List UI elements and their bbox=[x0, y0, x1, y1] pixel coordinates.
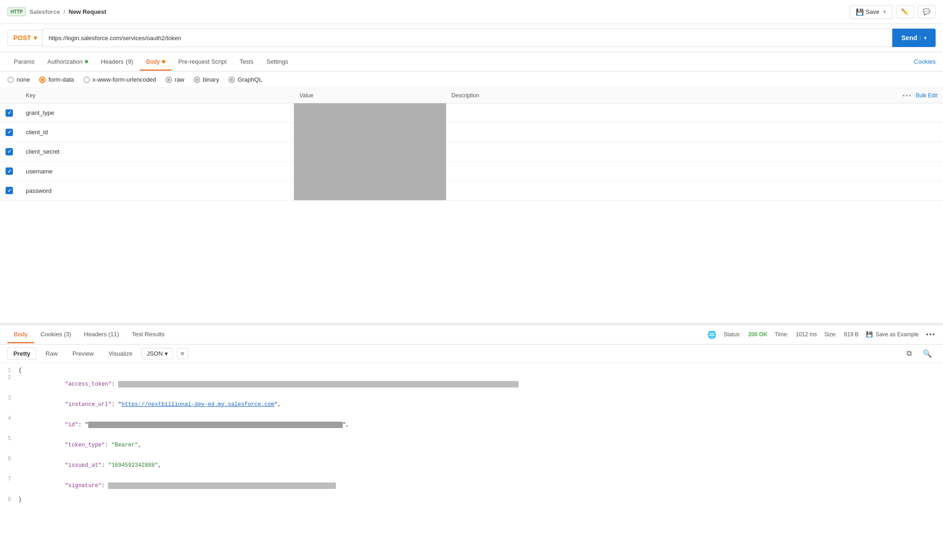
tab-params[interactable]: Params bbox=[7, 54, 41, 71]
table-row: client_secret bbox=[0, 142, 943, 161]
method-dropdown-icon: ▾ bbox=[34, 34, 37, 42]
radio-raw[interactable]: raw bbox=[166, 76, 185, 83]
row1-key[interactable]: grant_type bbox=[20, 103, 294, 123]
table-row: client_id bbox=[0, 123, 943, 142]
breadcrumb-parent[interactable]: Salesforce bbox=[30, 8, 60, 15]
table-row: password bbox=[0, 181, 943, 200]
status-value: 200 OK bbox=[748, 331, 767, 338]
http-badge: HTTP bbox=[7, 7, 26, 16]
response-meta: 🌐 Status: 200 OK Time: 1012 ms Size: 819… bbox=[707, 330, 936, 339]
row2-checkbox-cell[interactable] bbox=[0, 123, 20, 142]
radio-none[interactable]: none bbox=[7, 76, 30, 83]
row4-checkbox-cell[interactable] bbox=[0, 161, 20, 181]
bulk-edit-btn[interactable]: Bulk Edit bbox=[916, 92, 937, 99]
code-line-1: 1 { bbox=[0, 367, 943, 374]
code-line-3: 3 "instance_url": "https://nextbillionai… bbox=[0, 394, 943, 415]
save-example-label: Save as Example bbox=[876, 331, 919, 338]
format-visualize[interactable]: Visualize bbox=[103, 348, 138, 359]
row5-description[interactable] bbox=[446, 181, 943, 200]
top-bar-left: HTTP Salesforce / New Request bbox=[7, 7, 106, 16]
body-type-row: none form-data x-www-form-urlencoded raw… bbox=[0, 71, 943, 88]
radio-graphql-circle bbox=[228, 77, 235, 83]
radio-raw-circle bbox=[166, 77, 172, 83]
cookies-link[interactable]: Cookies bbox=[914, 58, 936, 65]
th-description: Description ••• Bulk Edit bbox=[446, 88, 943, 103]
th-value: Value bbox=[294, 88, 446, 103]
row5-key[interactable]: password bbox=[20, 181, 294, 200]
id-link[interactable] bbox=[88, 422, 342, 428]
tab-tests[interactable]: Tests bbox=[233, 54, 260, 71]
filter-button[interactable]: ≡ bbox=[177, 348, 189, 359]
method-select[interactable]: POST ▾ bbox=[7, 30, 42, 46]
resp-tab-test-results[interactable]: Test Results bbox=[125, 326, 171, 343]
radio-binary[interactable]: binary bbox=[194, 76, 219, 83]
resp-tab-headers[interactable]: Headers (11) bbox=[78, 326, 125, 343]
save-dropdown-icon: ▾ bbox=[883, 8, 886, 15]
radio-form-data-circle bbox=[39, 77, 46, 83]
url-input[interactable] bbox=[42, 29, 892, 47]
search-button[interactable]: 🔍 bbox=[919, 347, 936, 360]
code-line-5: 5 "token_type": "Bearer", bbox=[0, 435, 943, 455]
row3-key[interactable]: client_secret bbox=[20, 142, 294, 161]
format-bar: Pretty Raw Preview Visualize JSON ▾ ≡ ⧉ … bbox=[0, 345, 943, 363]
row1-description[interactable] bbox=[446, 103, 943, 123]
format-preview[interactable]: Preview bbox=[67, 348, 99, 359]
radio-binary-circle bbox=[194, 77, 200, 83]
response-more-button[interactable]: ••• bbox=[926, 331, 936, 338]
row4-description[interactable] bbox=[446, 161, 943, 181]
code-line-7: 7 "signature": bbox=[0, 476, 943, 496]
main-container: HTTP Salesforce / New Request 💾 Save ▾ ✏… bbox=[0, 0, 943, 560]
copy-button[interactable]: ⧉ bbox=[903, 347, 915, 359]
code-line-2: 2 "access_token": bbox=[0, 374, 943, 394]
response-section: Body Cookies (3) Headers (11) Test Resul… bbox=[0, 325, 943, 560]
table-row: grant_type bbox=[0, 103, 943, 123]
breadcrumb: Salesforce / New Request bbox=[30, 8, 106, 15]
row2-checkbox[interactable] bbox=[6, 129, 13, 136]
row5-checkbox-cell[interactable] bbox=[0, 181, 20, 200]
json-format-select[interactable]: JSON ▾ bbox=[142, 348, 173, 359]
tab-headers[interactable]: Headers (9) bbox=[95, 54, 140, 71]
request-tabs: Params Authorization Headers (9) Body Pr… bbox=[0, 52, 943, 71]
row2-description[interactable] bbox=[446, 123, 943, 142]
tab-settings[interactable]: Settings bbox=[260, 54, 294, 71]
row3-checkbox-cell[interactable] bbox=[0, 142, 20, 161]
response-tabs: Body Cookies (3) Headers (11) Test Resul… bbox=[0, 325, 943, 345]
row1-checkbox[interactable] bbox=[6, 109, 13, 117]
row3-description[interactable] bbox=[446, 142, 943, 161]
comment-button[interactable]: 💬 bbox=[918, 5, 936, 18]
format-raw[interactable]: Raw bbox=[40, 348, 63, 359]
radio-urlencoded-circle bbox=[84, 77, 90, 83]
save-icon: 💾 bbox=[866, 331, 873, 338]
send-button[interactable]: Send ▾ bbox=[892, 29, 936, 47]
instance-url-link[interactable]: https://nextbillionai-dev-ed.my.salesfor… bbox=[121, 401, 274, 408]
row4-key[interactable]: username bbox=[20, 161, 294, 181]
save-button[interactable]: 💾 Save ▾ bbox=[850, 5, 892, 19]
request-body-table-container: Key Value Description ••• Bulk Edit bbox=[0, 88, 943, 323]
tab-authorization[interactable]: Authorization bbox=[41, 54, 95, 71]
row3-checkbox[interactable] bbox=[6, 148, 13, 155]
radio-graphql[interactable]: GraphQL bbox=[228, 76, 262, 83]
th-key: Key bbox=[20, 88, 294, 103]
format-pretty[interactable]: Pretty bbox=[7, 347, 36, 360]
row1-value[interactable] bbox=[294, 103, 446, 201]
tab-body[interactable]: Body bbox=[140, 54, 172, 71]
resp-tab-body[interactable]: Body bbox=[7, 326, 34, 343]
row4-checkbox[interactable] bbox=[6, 167, 13, 175]
authorization-dot bbox=[85, 60, 88, 63]
row1-checkbox-cell[interactable] bbox=[0, 103, 20, 123]
row5-checkbox[interactable] bbox=[6, 187, 13, 194]
table-row: username bbox=[0, 161, 943, 181]
resp-tab-cookies[interactable]: Cookies (3) bbox=[34, 326, 78, 343]
top-bar-right: 💾 Save ▾ ✏️ 💬 bbox=[850, 5, 936, 19]
radio-urlencoded[interactable]: x-www-form-urlencoded bbox=[84, 76, 156, 83]
edit-button[interactable]: ✏️ bbox=[896, 5, 914, 18]
save-example-button[interactable]: 💾 Save as Example bbox=[866, 331, 919, 338]
radio-form-data[interactable]: form-data bbox=[39, 76, 74, 83]
body-table: Key Value Description ••• Bulk Edit bbox=[0, 88, 943, 201]
body-dot bbox=[162, 60, 165, 63]
row2-key[interactable]: client_id bbox=[20, 123, 294, 142]
tab-pre-request[interactable]: Pre-request Script bbox=[172, 54, 233, 71]
th-checkbox bbox=[0, 88, 20, 103]
method-label: POST bbox=[13, 34, 31, 42]
more-options-icon[interactable]: ••• bbox=[902, 92, 912, 99]
